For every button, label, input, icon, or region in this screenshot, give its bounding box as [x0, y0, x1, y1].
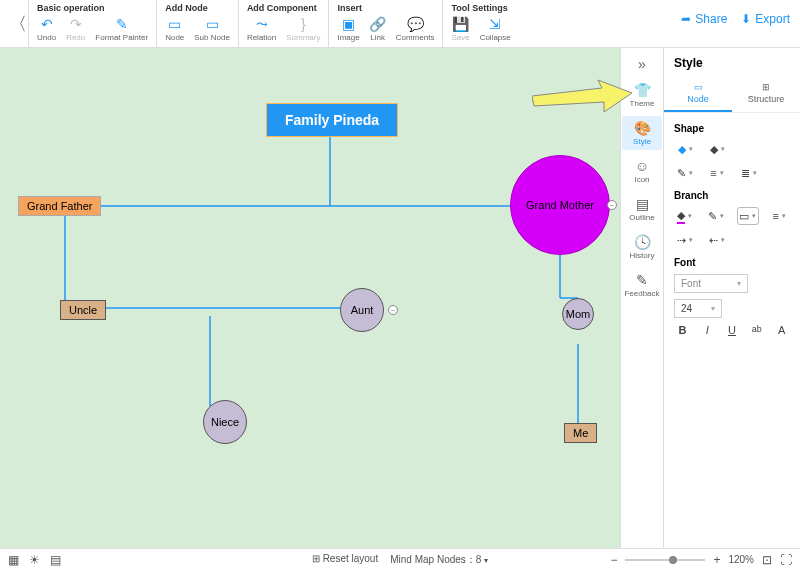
- add-sub-node-button[interactable]: ▭Sub Node: [194, 16, 230, 42]
- canvas[interactable]: Family Pineda Grand Father Grand Mother …: [0, 48, 620, 548]
- undo-icon: ↶: [39, 16, 55, 32]
- fit-screen-button[interactable]: ⊡: [762, 553, 772, 567]
- style-icon: 🎨: [634, 120, 651, 136]
- bold-button[interactable]: B: [674, 324, 691, 336]
- branch-stroke-picker[interactable]: ✎: [706, 207, 728, 225]
- font-size-select[interactable]: 24▾: [674, 299, 722, 318]
- font-family-select[interactable]: Font▾: [674, 274, 748, 293]
- summary-button[interactable]: }Summary: [286, 16, 320, 42]
- style-panel: Style ▭Node ⊞Structure Shape ◆ ◆ ✎ ≡ ≣ B…: [664, 48, 800, 548]
- reset-layout-button[interactable]: ⊞ Reset layout: [312, 553, 378, 567]
- shape-stroke-picker[interactable]: ✎: [674, 164, 696, 182]
- branch-color-picker[interactable]: ◆: [674, 207, 696, 225]
- relation-icon: ⤳: [254, 16, 270, 32]
- redo-icon: ↷: [68, 16, 84, 32]
- node-grand-mother[interactable]: Grand Mother: [510, 155, 610, 255]
- insert-link-button[interactable]: 🔗Link: [370, 16, 386, 42]
- group-title: Add Component: [247, 3, 321, 13]
- layers-icon[interactable]: ▤: [50, 553, 61, 567]
- rail-style[interactable]: 🎨Style: [622, 116, 662, 150]
- shape-type-picker[interactable]: ◆: [706, 140, 728, 158]
- section-font: Font: [674, 257, 790, 268]
- underline-button[interactable]: U: [724, 324, 741, 336]
- zoom-out-button[interactable]: −: [610, 553, 617, 567]
- shape-border-width[interactable]: ≣: [738, 164, 760, 182]
- toolbar-group-add-component: Add Component ⤳Relation }Summary: [238, 0, 329, 47]
- outline-icon: ▤: [636, 196, 649, 212]
- rail-feedback[interactable]: ✎Feedback: [622, 268, 662, 302]
- save-button[interactable]: 💾Save: [451, 16, 469, 42]
- back-button[interactable]: 〈: [8, 0, 28, 47]
- section-shape: Shape: [674, 123, 790, 134]
- tab-structure[interactable]: ⊞Structure: [732, 78, 800, 112]
- structure-tab-icon: ⊞: [762, 82, 770, 92]
- node-mom[interactable]: Mom: [562, 298, 594, 330]
- fullscreen-button[interactable]: ⛶: [780, 553, 792, 567]
- branch-shape-picker[interactable]: ▭: [737, 207, 759, 225]
- branch-style-b[interactable]: ⇠: [706, 231, 728, 249]
- insert-comments-button[interactable]: 💬Comments: [396, 16, 435, 42]
- presentation-icon[interactable]: ▦: [8, 553, 19, 567]
- feedback-icon: ✎: [636, 272, 648, 288]
- zoom-level: 120%: [728, 554, 754, 565]
- status-bar: ▦ ☀ ▤ ⊞ Reset layout Mind Map Nodes：8 ▾ …: [0, 548, 800, 570]
- node-root[interactable]: Family Pineda: [266, 103, 398, 137]
- brightness-icon[interactable]: ☀: [29, 553, 40, 567]
- strike-button[interactable]: ab: [748, 324, 765, 336]
- shape-fill-picker[interactable]: ◆: [674, 140, 696, 158]
- tab-node[interactable]: ▭Node: [664, 78, 732, 112]
- node-aunt[interactable]: Aunt: [340, 288, 384, 332]
- branch-style-a[interactable]: ⇢: [674, 231, 696, 249]
- node-count: Mind Map Nodes：8 ▾: [390, 553, 488, 567]
- node-toggle-aunt[interactable]: −: [388, 305, 398, 315]
- group-title: Basic operation: [37, 3, 148, 13]
- rail-history[interactable]: 🕓History: [622, 230, 662, 264]
- theme-icon: 👕: [634, 82, 651, 98]
- add-node-button[interactable]: ▭Node: [165, 16, 184, 42]
- rail-icon[interactable]: ☺Icon: [622, 154, 662, 188]
- collapse-button[interactable]: ⇲Collapse: [480, 16, 511, 42]
- summary-icon: }: [295, 16, 311, 32]
- insert-image-button[interactable]: ▣Image: [337, 16, 359, 42]
- redo-button[interactable]: ↷Redo: [66, 16, 85, 42]
- font-color-button[interactable]: A: [773, 324, 790, 336]
- export-button[interactable]: ⬇Export: [741, 12, 790, 26]
- node-me[interactable]: Me: [564, 423, 597, 443]
- shape-border-style[interactable]: ≡: [706, 164, 728, 182]
- collapse-icon: ⇲: [487, 16, 503, 32]
- rail-theme[interactable]: 👕Theme: [622, 78, 662, 112]
- toolbar-group-tool-settings: Tool Settings 💾Save ⇲Collapse: [442, 0, 518, 47]
- history-icon: 🕓: [634, 234, 651, 250]
- format-painter-button[interactable]: ✎Format Painter: [95, 16, 148, 42]
- node-icon: ▭: [167, 16, 183, 32]
- share-icon: ➦: [681, 12, 691, 26]
- save-icon: 💾: [453, 16, 469, 32]
- paintbrush-icon: ✎: [114, 16, 130, 32]
- side-rail: » 👕Theme 🎨Style ☺Icon ▤Outline 🕓History …: [620, 48, 664, 548]
- node-grand-father[interactable]: Grand Father: [18, 196, 101, 216]
- zoom-in-button[interactable]: +: [713, 553, 720, 567]
- panel-collapse-button[interactable]: »: [621, 54, 663, 74]
- undo-button[interactable]: ↶Undo: [37, 16, 56, 42]
- relation-button[interactable]: ⤳Relation: [247, 16, 276, 42]
- group-title: Tool Settings: [451, 3, 510, 13]
- toolbar-group-insert: Insert ▣Image 🔗Link 💬Comments: [328, 0, 442, 47]
- node-toggle-grand-mother[interactable]: −: [607, 200, 617, 210]
- zoom-slider[interactable]: [625, 559, 705, 561]
- panel-title: Style: [674, 56, 790, 70]
- icon-icon: ☺: [635, 158, 649, 174]
- branch-width-picker[interactable]: ≡: [769, 207, 791, 225]
- toolbar-group-add-node: Add Node ▭Node ▭Sub Node: [156, 0, 238, 47]
- rail-outline[interactable]: ▤Outline: [622, 192, 662, 226]
- link-icon: 🔗: [370, 16, 386, 32]
- share-button[interactable]: ➦Share: [681, 12, 727, 26]
- export-icon: ⬇: [741, 12, 751, 26]
- group-title: Insert: [337, 3, 434, 13]
- node-uncle[interactable]: Uncle: [60, 300, 106, 320]
- node-niece[interactable]: Niece: [203, 400, 247, 444]
- toolbar: 〈 Basic operation ↶Undo ↷Redo ✎Format Pa…: [0, 0, 800, 48]
- toolbar-group-basic: Basic operation ↶Undo ↷Redo ✎Format Pain…: [28, 0, 156, 47]
- image-icon: ▣: [341, 16, 357, 32]
- node-tab-icon: ▭: [694, 82, 703, 92]
- italic-button[interactable]: I: [699, 324, 716, 336]
